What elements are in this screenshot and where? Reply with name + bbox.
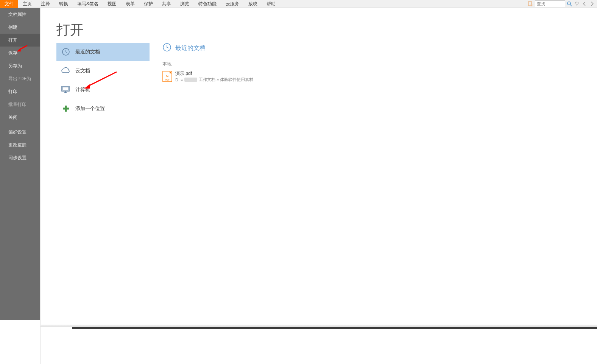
svg-point-2 — [567, 2, 571, 5]
svg-text:G: G — [166, 74, 168, 78]
menu-tab-12[interactable]: 放映 — [244, 0, 262, 8]
location-computer[interactable]: 计算机 — [56, 81, 150, 99]
sidebar-item-7: 批量打印 — [0, 98, 40, 111]
next-icon[interactable] — [589, 0, 595, 7]
sidebar-item-11[interactable]: 同步设置 — [0, 151, 40, 164]
location-label: 云文档 — [75, 67, 90, 74]
doc-name: 演示.pdf — [175, 70, 253, 77]
pdf-icon: GPDF — [162, 71, 172, 82]
search-icon[interactable] — [566, 0, 573, 7]
menu-tab-6[interactable]: 表单 — [121, 0, 139, 8]
section-label-local: 本地 — [162, 61, 589, 67]
location-cloud[interactable]: 云文档 — [56, 62, 150, 80]
svg-marker-22 — [170, 71, 172, 73]
menu-tab-9[interactable]: 浏览 — [176, 0, 194, 8]
sidebar-item-4[interactable]: 另存为 — [0, 59, 40, 72]
menu-tab-3[interactable]: 转换 — [55, 0, 73, 8]
bottom-dark-strip — [72, 327, 597, 329]
sidebar-item-8[interactable]: 关闭 — [0, 111, 40, 124]
svg-line-10 — [578, 5, 579, 6]
menu-tab-10[interactable]: 特色功能 — [194, 0, 221, 8]
cloud-icon — [61, 66, 71, 76]
menu-tab-5[interactable]: 视图 — [103, 0, 121, 8]
menu-tab-2[interactable]: 注释 — [36, 0, 55, 8]
sidebar-item-1[interactable]: 创建 — [0, 21, 40, 34]
doc-path: D: » 工作文档 » 体验软件使用素材 — [175, 77, 253, 82]
svg-line-12 — [578, 2, 579, 3]
location-label: 添加一个位置 — [75, 105, 105, 112]
menu-bar: 文件主页注释转换填写&签名视图表单保护共享浏览特色功能云服务放映帮助 — [0, 0, 597, 8]
clock-icon — [162, 43, 171, 53]
sidebar-item-5: 导出PDF为 — [0, 72, 40, 85]
svg-text:PDF: PDF — [165, 79, 170, 81]
prev-icon[interactable] — [581, 0, 588, 7]
recent-header: 最近的文档 — [175, 44, 206, 52]
menu-tab-7[interactable]: 保护 — [139, 0, 157, 8]
search-doc-icon[interactable] — [527, 0, 534, 7]
menu-tab-8[interactable]: 共享 — [157, 0, 176, 8]
computer-icon — [61, 85, 71, 95]
svg-line-11 — [575, 5, 576, 6]
location-list: 最近的文档云文档计算机添加一个位置 — [56, 43, 150, 118]
content-area: 打开 最近的文档云文档计算机添加一个位置 最近的文档 本地 GPDF演示.pdf… — [40, 8, 597, 364]
svg-line-3 — [570, 5, 572, 6]
clock-icon — [61, 47, 71, 57]
svg-point-4 — [576, 3, 578, 5]
menu-tab-13[interactable]: 帮助 — [262, 0, 280, 8]
svg-rect-0 — [528, 2, 532, 6]
add-icon — [61, 104, 71, 114]
sidebar-item-6[interactable]: 打印 — [0, 85, 40, 98]
file-sidebar: 文档属性创建打开保存另存为导出PDF为打印批量打印关闭偏好设置更改皮肤同步设置 — [0, 8, 40, 320]
sidebar-item-9[interactable]: 偏好设置 — [0, 126, 40, 138]
menu-tab-4[interactable]: 填写&签名 — [73, 0, 103, 8]
location-label: 计算机 — [75, 86, 90, 93]
menu-tab-0[interactable]: 文件 — [0, 0, 18, 8]
location-add[interactable]: 添加一个位置 — [56, 100, 150, 118]
menu-tab-11[interactable]: 云服务 — [221, 0, 244, 8]
recent-doc-row[interactable]: GPDF演示.pdfD: » 工作文档 » 体验软件使用素材 — [162, 70, 589, 83]
svg-line-9 — [575, 2, 576, 3]
page-title: 打开 — [41, 8, 597, 48]
menu-tab-1[interactable]: 主页 — [18, 0, 36, 8]
sidebar-item-0[interactable]: 文档属性 — [0, 8, 40, 21]
location-label: 最近的文档 — [75, 48, 100, 55]
location-clock[interactable]: 最近的文档 — [56, 43, 150, 61]
svg-point-1 — [531, 4, 533, 6]
sidebar-item-2[interactable]: 打开 — [0, 34, 40, 47]
gear-icon[interactable] — [574, 0, 580, 7]
svg-rect-15 — [62, 87, 69, 90]
sidebar-item-10[interactable]: 更改皮肤 — [0, 138, 40, 151]
sidebar-item-3[interactable]: 保存 — [0, 47, 40, 59]
recent-panel: 最近的文档 本地 GPDF演示.pdfD: » 工作文档 » 体验软件使用素材 — [162, 43, 589, 83]
search-input[interactable] — [535, 0, 565, 7]
